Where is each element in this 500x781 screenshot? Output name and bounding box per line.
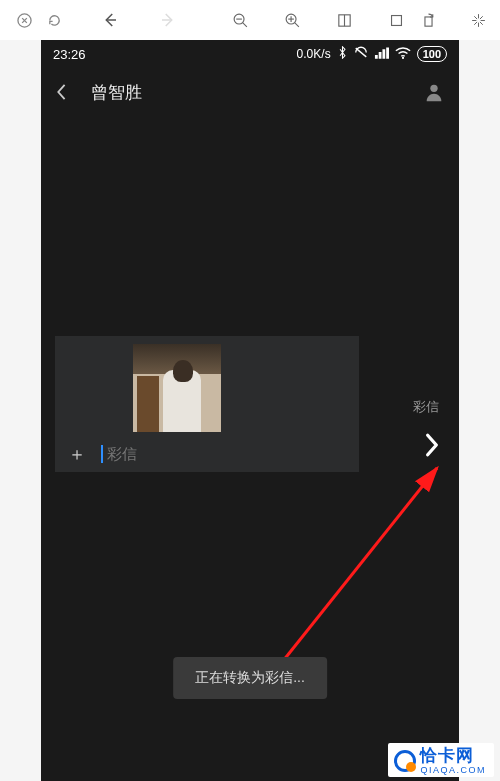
- message-input[interactable]: 彩信: [101, 445, 347, 464]
- chat-header: 曾智胜: [41, 68, 459, 116]
- status-bar: 23:26 0.0K/s 100: [41, 40, 459, 68]
- svg-rect-10: [391, 15, 401, 25]
- svg-line-2: [242, 22, 246, 26]
- svg-point-17: [430, 85, 437, 92]
- actual-size-icon[interactable]: [382, 6, 410, 34]
- message-placeholder: 彩信: [107, 445, 137, 464]
- send-button[interactable]: [423, 432, 441, 462]
- bluetooth-icon: [337, 46, 348, 62]
- signal-icon: [374, 47, 389, 62]
- zoom-out-icon[interactable]: [226, 6, 254, 34]
- status-time: 23:26: [53, 47, 86, 62]
- svg-line-5: [294, 22, 298, 26]
- annotation-arrow: [269, 456, 459, 676]
- back-button[interactable]: [55, 83, 79, 101]
- add-attachment-button[interactable]: ＋: [67, 442, 87, 466]
- contact-icon[interactable]: [423, 81, 445, 103]
- compose-box: ＋ 彩信: [55, 336, 359, 472]
- viewer-toolbar: [0, 0, 500, 40]
- reload-icon[interactable]: [40, 6, 68, 34]
- svg-rect-11: [424, 16, 431, 25]
- text-cursor: [101, 445, 103, 463]
- svg-line-18: [279, 468, 437, 666]
- forward-icon: [154, 6, 182, 34]
- phone-screenshot: 23:26 0.0K/s 100: [41, 40, 459, 781]
- battery-indicator: 100: [417, 46, 447, 62]
- watermark-en: QIAQA.COM: [420, 766, 486, 775]
- attachment-thumbnail[interactable]: [133, 344, 221, 432]
- mms-label: 彩信: [413, 398, 439, 416]
- watermark: 恰卡网 QIAQA.COM: [388, 743, 494, 777]
- back-icon[interactable]: [96, 6, 124, 34]
- fit-width-icon[interactable]: [330, 6, 358, 34]
- sparkle-icon[interactable]: [464, 6, 492, 34]
- svg-point-16: [402, 56, 404, 58]
- status-net-speed: 0.0K/s: [297, 47, 331, 61]
- wifi-icon: [395, 47, 411, 62]
- rotate-icon[interactable]: [414, 6, 442, 34]
- watermark-cn: 恰卡网: [420, 747, 486, 764]
- toast-text: 正在转换为彩信...: [195, 669, 305, 685]
- contact-name: 曾智胜: [91, 81, 142, 104]
- vibrate-icon: [354, 46, 368, 62]
- toast-message: 正在转换为彩信...: [173, 657, 327, 699]
- close-icon[interactable]: [10, 6, 38, 34]
- zoom-in-icon[interactable]: [278, 6, 306, 34]
- watermark-logo-icon: [394, 750, 416, 772]
